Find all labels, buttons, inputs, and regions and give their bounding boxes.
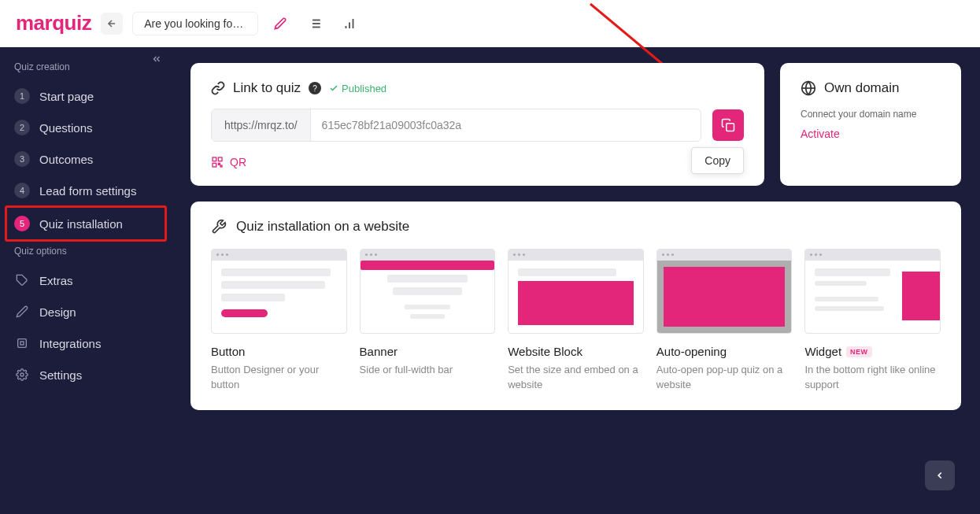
install-item-desc: In the bottom right like online support [804,363,941,393]
sidebar-label: Outcomes [39,153,93,166]
svg-rect-15 [727,124,734,131]
sidebar-item-extras[interactable]: Extras [0,264,172,296]
copy-button[interactable]: Copy [712,109,744,141]
new-badge: NEW [846,346,872,357]
install-option-website-block[interactable]: Website Block Set the size and embed on … [508,249,644,393]
sidebar-label: Integrations [39,337,101,350]
list-button[interactable] [302,11,327,36]
quiz-installation-card: Quiz installation on a website Button [190,202,961,410]
sidebar-item-start-page[interactable]: 1Start page [0,80,172,112]
install-option-banner[interactable]: Banner Side or full-width bar [360,249,496,393]
install-item-title: Button [211,345,347,358]
copy-icon [721,118,735,132]
globe-icon [801,80,816,96]
quiz-link-input[interactable]: https://mrqz.to/ 615ec78bf21a09003fc0a32… [211,109,701,142]
step-number: 3 [14,151,30,167]
install-item-desc: Set the size and embed on a website [508,363,644,393]
step-number: 2 [14,120,30,135]
install-option-button[interactable]: Button Button Designer or your button [211,249,347,393]
install-item-desc: Side or full-width bar [360,363,496,378]
help-button[interactable]: ? [309,82,321,94]
sidebar-label: Settings [39,368,82,382]
domain-subtitle: Connect your domain name [801,109,941,120]
link-icon [211,81,225,95]
panel-collapse-button[interactable] [925,460,955,490]
sidebar-label: Extras [39,274,73,287]
svg-rect-18 [213,163,216,167]
install-item-title: Auto-opening [656,345,793,358]
sidebar-item-design[interactable]: Design [0,296,172,327]
sidebar: Quiz creation 1Start page 2Questions 3Ou… [0,47,172,514]
install-item-title: Website Block [508,345,644,358]
sidebar-label: Lead form settings [39,184,136,198]
install-option-auto-opening[interactable]: Auto-opening Auto-open pop-up quiz on a … [656,249,793,393]
svg-rect-20 [220,165,222,167]
tools-icon [211,219,227,235]
svg-rect-17 [218,157,222,161]
step-number: 4 [14,183,30,198]
copy-tooltip: Copy [691,147,744,174]
thumb-button [211,249,347,334]
sidebar-section-creation: Quiz creation [0,57,172,80]
card-title: Link to quiz [233,80,301,96]
sidebar-item-outcomes[interactable]: 3Outcomes [0,143,172,175]
sidebar-item-quiz-installation[interactable]: 5Quiz installation [6,206,166,241]
link-prefix: https://mrqz.to/ [212,109,311,141]
qr-icon [211,156,224,168]
card-title: Own domain [824,80,899,96]
svg-rect-10 [18,339,27,348]
plugin-icon [14,335,30,351]
step-number: 1 [14,88,30,104]
sidebar-label: Questions [39,121,93,135]
sidebar-item-settings[interactable]: Settings [0,359,172,390]
sidebar-label: Start page [39,90,94,103]
thumb-auto-opening [656,249,793,334]
thumb-banner [360,249,496,334]
quiz-title-display[interactable]: Are you looking for a p... [132,12,258,35]
sidebar-section-options: Quiz options [0,241,172,264]
install-item-desc: Auto-open pop-up quiz on a website [656,363,793,393]
thumb-website-block [508,249,644,334]
own-domain-card: Own domain Connect your domain name Acti… [780,63,961,186]
list-icon [308,17,322,31]
pencil-icon [274,17,287,30]
install-item-title: Widget NEW [804,345,941,358]
qr-link[interactable]: QR [211,156,744,168]
edit-button[interactable] [268,11,293,36]
install-option-widget[interactable]: Widget NEW In the bottom right like onli… [804,249,941,393]
card-title: Quiz installation on a website [236,219,409,235]
chevron-double-left-icon [151,54,162,65]
install-item-desc: Button Designer or your button [211,363,347,393]
sidebar-item-integrations[interactable]: Integrations [0,327,172,359]
topbar: marquiz Are you looking for a p... [0,0,980,47]
svg-rect-16 [213,157,216,161]
bar-chart-icon [342,17,357,31]
arrow-left-icon [106,18,117,29]
link-to-quiz-card: Link to quiz ? Published https://mrqz.to… [190,63,764,186]
svg-point-12 [20,373,24,376]
install-item-title: Banner [360,345,496,358]
gear-icon [14,367,30,383]
sidebar-item-lead-form[interactable]: 4Lead form settings [0,175,172,206]
chevron-left-icon [934,470,945,481]
svg-rect-11 [20,342,24,345]
check-icon [329,83,338,93]
sidebar-label: Design [39,305,76,319]
step-number: 5 [14,216,30,231]
sidebar-item-questions[interactable]: 2Questions [0,112,172,143]
back-button[interactable] [101,13,123,35]
brush-icon [14,304,30,320]
main-content: Link to quiz ? Published https://mrqz.to… [172,47,980,514]
published-status: Published [329,83,386,94]
sidebar-label: Quiz installation [39,217,123,231]
logo: marquiz [16,11,91,35]
stats-button[interactable] [337,11,362,36]
sidebar-collapse-button[interactable] [151,54,162,65]
thumb-widget [804,249,941,334]
link-value: 615ec78bf21a09003fc0a32a [311,109,701,141]
svg-rect-19 [218,163,220,165]
tag-icon [14,272,30,288]
activate-link[interactable]: Activate [801,128,941,140]
